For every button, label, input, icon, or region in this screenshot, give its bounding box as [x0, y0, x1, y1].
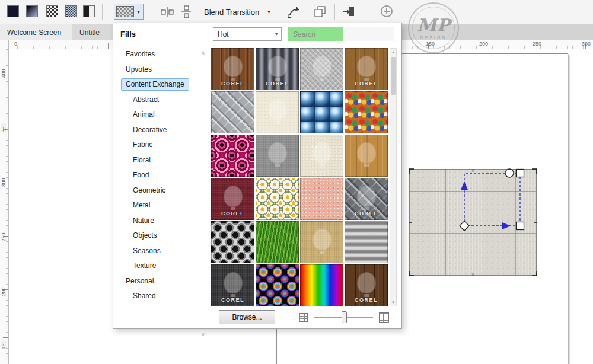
category-list: ∧ Favorites Upvotes Content Exchange Abs… [113, 47, 210, 325]
scrollbar-up-icon[interactable]: ▲ [390, 49, 396, 56]
slider-thumb[interactable] [342, 311, 347, 323]
ruler-label: 400 [1, 68, 7, 79]
corel-balloon-icon [269, 143, 286, 163]
vertical-ruler[interactable]: 400 350 300 250 200 150 [0, 49, 9, 364]
fill-swatch-13[interactable]: COREL [211, 178, 254, 220]
thumbnail-size-slider[interactable] [314, 306, 373, 328]
tab-welcome-screen[interactable]: Welcome Screen [0, 24, 72, 40]
category-decorative[interactable]: Decorative [113, 123, 210, 138]
toolbar-separator [369, 4, 369, 20]
ruler-label: 300 [1, 177, 7, 189]
corel-balloon-icon [358, 273, 375, 293]
texture-fill-icon[interactable] [65, 5, 77, 17]
category-geometric[interactable]: Geometric [113, 183, 210, 199]
corel-watermark-text: COREL [345, 297, 387, 303]
fill-swatch-21[interactable]: COREL [211, 264, 254, 306]
copy-fill-icon[interactable] [313, 5, 327, 19]
corel-watermark-text: COREL [212, 210, 254, 216]
category-seasons[interactable]: Seasons [113, 244, 210, 259]
blend-transition-arrow: ▾ [267, 9, 270, 15]
search-input[interactable]: Search [288, 27, 394, 41]
fill-swatch-2[interactable]: COREL [256, 48, 299, 90]
fill-swatch-15[interactable]: COREL [300, 178, 343, 220]
fill-swatch-10[interactable]: COREL [256, 135, 299, 177]
fill-swatch-5[interactable]: COREL [211, 91, 254, 133]
large-thumbnails-icon[interactable] [379, 312, 389, 323]
fill-swatch-6[interactable]: COREL [256, 91, 299, 133]
fill-swatch-14[interactable]: COREL [256, 178, 299, 220]
category-upvotes[interactable]: Upvotes [113, 62, 210, 78]
sort-dropdown[interactable]: Hot ▾ [213, 27, 282, 41]
category-favorites[interactable]: Favorites [113, 47, 210, 62]
panel-title: Fills [120, 30, 136, 39]
copy-fill-from-icon[interactable] [342, 5, 356, 19]
category-objects[interactable]: Objects [113, 228, 210, 244]
ruler-label: 300 [582, 41, 591, 47]
ruler-label: 250 [1, 231, 7, 243]
fill-swatch-18[interactable]: COREL [256, 221, 299, 263]
corel-watermark-text: COREL [345, 210, 387, 216]
fill-picker-dropdown-arrow[interactable]: ▾ [134, 9, 143, 15]
add-content-icon[interactable] [381, 5, 393, 17]
fountain-fill-icon[interactable] [26, 5, 38, 17]
category-floral[interactable]: Floral [113, 153, 210, 168]
category-fabric[interactable]: Fabric [113, 138, 210, 153]
corel-watermark-text: COREL [256, 81, 298, 87]
category-personal[interactable]: Personal [113, 274, 210, 289]
category-scroll-down-icon[interactable]: ∨ [201, 331, 205, 337]
corel-watermark-text: COREL [212, 81, 254, 87]
uniform-fill-icon[interactable] [7, 5, 19, 17]
mirror-tiles-vertical-icon[interactable] [179, 5, 193, 19]
category-metal[interactable]: Metal [113, 198, 210, 213]
small-thumbnails-icon[interactable] [299, 313, 308, 322]
toolbar-separator [334, 4, 335, 20]
fill-swatch-12[interactable]: COREL [345, 135, 388, 177]
toolbar-separator [152, 4, 152, 20]
mirror-tiles-horizontal-icon[interactable] [160, 5, 174, 19]
fill-swatch-7[interactable]: COREL [300, 91, 343, 133]
pattern-fill-icon[interactable] [46, 5, 58, 17]
category-nature[interactable]: Nature [113, 213, 210, 229]
fill-picker-swatch [116, 6, 134, 17]
panel-footer: Browse... [113, 306, 401, 328]
fill-swatch-3[interactable]: COREL [300, 48, 343, 90]
two-color-fill-icon[interactable] [83, 5, 95, 17]
fill-swatch-22[interactable]: COREL [256, 264, 299, 306]
toolbar-separator [280, 4, 280, 20]
category-food[interactable]: Food [113, 168, 210, 183]
grid-scrollbar[interactable]: ▲ ▼ [390, 48, 397, 306]
category-animal[interactable]: Animal [113, 107, 210, 123]
category-content-exchange[interactable]: Content Exchange [113, 77, 210, 92]
fill-picker-button[interactable]: ▾ [114, 4, 144, 20]
fill-swatch-24[interactable]: COREL [345, 264, 388, 306]
sort-dropdown-value: Hot [213, 30, 272, 39]
fill-swatch-8[interactable]: COREL [345, 91, 388, 133]
fill-swatch-11[interactable]: COREL [300, 135, 343, 177]
fill-swatch-19[interactable]: COREL [300, 221, 343, 263]
edit-fill-icon[interactable] [287, 5, 301, 19]
blend-transition-dropdown[interactable]: Blend Transition ▾ [204, 0, 270, 24]
fill-swatch-17[interactable]: COREL [211, 221, 254, 263]
scrollbar-down-icon[interactable]: ▼ [390, 299, 396, 306]
category-scroll-up-icon[interactable]: ∧ [201, 49, 205, 56]
browse-button[interactable]: Browse... [219, 310, 275, 324]
category-texture[interactable]: Texture [113, 258, 210, 274]
scrollbar-thumb[interactable] [391, 57, 396, 95]
corel-watermark-text: COREL [212, 297, 254, 303]
category-shared[interactable]: Shared [113, 289, 210, 304]
fill-swatch-23[interactable]: COREL [300, 264, 343, 306]
fill-swatch-4[interactable]: COREL [345, 48, 388, 90]
selected-rectangle-stone-fill[interactable] [409, 169, 537, 276]
ruler-label: 350 [1, 122, 7, 134]
ruler-label: 0 [14, 41, 17, 47]
fill-swatch-9[interactable]: COREL [211, 135, 254, 177]
fill-swatch-20[interactable]: COREL [345, 221, 388, 263]
ruler-label: 200 [479, 41, 488, 47]
corel-balloon-icon [313, 56, 331, 76]
category-abstract[interactable]: Abstract [113, 92, 210, 108]
fill-swatch-16[interactable]: COREL [345, 178, 388, 220]
corel-balloon-icon [269, 100, 286, 120]
fill-swatch-1[interactable]: COREL [211, 48, 254, 90]
ruler-corner [0, 40, 9, 49]
corel-balloon-icon [313, 143, 331, 163]
